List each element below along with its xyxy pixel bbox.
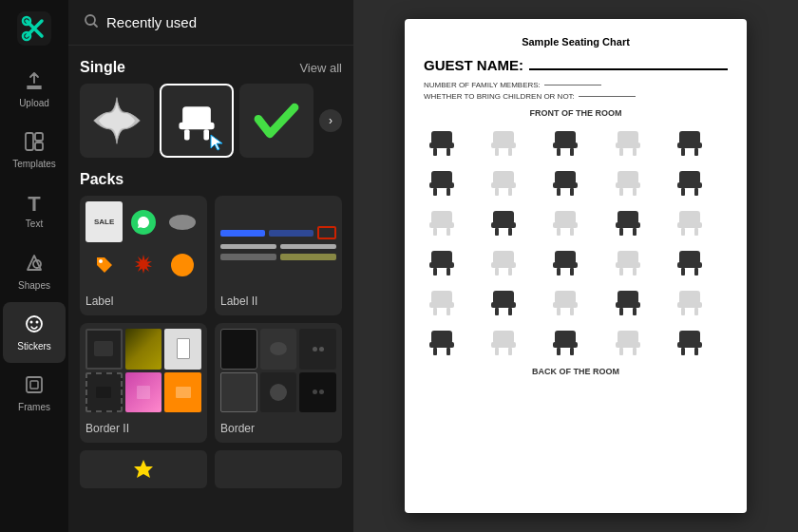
- single-section-title: Single: [80, 59, 125, 76]
- svg-rect-121: [446, 348, 450, 355]
- pack-label-ii[interactable]: Label II: [215, 196, 342, 315]
- svg-rect-117: [694, 308, 698, 315]
- svg-rect-72: [619, 228, 623, 236]
- next-sticker-arrow[interactable]: ›: [319, 109, 342, 132]
- svg-rect-19: [429, 142, 454, 148]
- svg-rect-50: [618, 171, 638, 184]
- svg-rect-61: [446, 228, 450, 236]
- svg-rect-10: [30, 381, 38, 389]
- svg-rect-62: [493, 211, 514, 224]
- svg-rect-104: [495, 308, 499, 315]
- svg-rect-98: [431, 291, 452, 304]
- svg-rect-128: [557, 348, 560, 355]
- svg-rect-27: [553, 142, 578, 148]
- svg-rect-24: [495, 148, 499, 156]
- svg-rect-112: [619, 308, 623, 315]
- sidebar-item-frames[interactable]: Frames: [3, 363, 66, 424]
- svg-rect-107: [553, 302, 578, 308]
- svg-point-8: [36, 321, 39, 324]
- upload-icon: [24, 70, 45, 94]
- svg-rect-82: [493, 251, 514, 264]
- svg-rect-130: [618, 331, 638, 344]
- guest-label: GUEST NAME:: [424, 57, 523, 73]
- svg-rect-78: [431, 251, 452, 264]
- chairs-row-1: [424, 124, 728, 160]
- view-all-button[interactable]: View all: [299, 61, 342, 75]
- svg-rect-123: [491, 342, 516, 348]
- svg-rect-69: [570, 228, 574, 236]
- svg-rect-103: [491, 302, 516, 308]
- sticker-star[interactable]: [80, 84, 154, 158]
- field1: NUMBER OF FAMILY MEMBERS:: [424, 81, 728, 89]
- chairs-row-4: [424, 243, 728, 279]
- svg-point-16: [99, 259, 103, 263]
- sidebar: Upload Templates T Text Shapes: [0, 0, 68, 532]
- svg-rect-74: [679, 211, 700, 224]
- svg-rect-42: [493, 171, 514, 184]
- svg-rect-58: [431, 211, 452, 224]
- svg-rect-52: [619, 188, 623, 196]
- sidebar-item-stickers[interactable]: Stickers: [3, 302, 66, 363]
- svg-rect-43: [491, 182, 516, 188]
- svg-rect-35: [677, 142, 702, 148]
- svg-rect-108: [557, 308, 560, 315]
- svg-rect-71: [616, 222, 640, 228]
- border-ii-label: Border II: [80, 418, 207, 443]
- stickers-panel: Recently used Single View all: [68, 0, 353, 532]
- svg-rect-73: [633, 228, 636, 236]
- sidebar-item-text[interactable]: T Text: [3, 180, 66, 241]
- svg-rect-22: [493, 131, 514, 144]
- svg-rect-63: [491, 222, 516, 228]
- svg-rect-41: [446, 188, 450, 196]
- svg-rect-66: [555, 211, 576, 224]
- app-logo: [13, 8, 55, 49]
- sticker-chair[interactable]: [160, 84, 234, 158]
- svg-rect-34: [679, 131, 700, 144]
- svg-rect-122: [493, 331, 514, 344]
- panel-content: Single View all: [68, 46, 353, 532]
- text-icon: T: [28, 194, 40, 215]
- svg-rect-3: [26, 133, 33, 150]
- svg-rect-65: [508, 228, 512, 236]
- svg-rect-55: [677, 182, 702, 188]
- svg-point-7: [30, 321, 33, 324]
- svg-rect-23: [491, 142, 516, 148]
- svg-rect-30: [618, 131, 638, 144]
- pack-label[interactable]: SALE: [80, 196, 207, 315]
- svg-rect-57: [694, 188, 698, 196]
- svg-rect-76: [681, 228, 685, 236]
- pack-border-ii[interactable]: Border II: [80, 323, 207, 443]
- sticker-checkmark[interactable]: [239, 84, 314, 158]
- svg-rect-106: [555, 291, 576, 304]
- svg-rect-46: [555, 171, 576, 184]
- search-bar: Recently used: [68, 0, 353, 46]
- svg-rect-88: [557, 268, 560, 276]
- svg-rect-99: [429, 302, 454, 308]
- svg-rect-29: [570, 148, 574, 156]
- back-label: BACK OF THE ROOM: [424, 367, 728, 376]
- svg-rect-131: [616, 342, 640, 348]
- chairs-row-2: [424, 163, 728, 200]
- packs-section-title: Packs: [80, 171, 124, 188]
- border-packs-grid: Border II: [80, 323, 342, 443]
- svg-rect-37: [694, 148, 698, 156]
- shapes-icon: [24, 253, 45, 276]
- sidebar-item-shapes[interactable]: Shapes: [3, 241, 66, 302]
- pack-border[interactable]: Border: [215, 323, 342, 443]
- svg-rect-85: [508, 268, 512, 276]
- svg-rect-18: [431, 131, 452, 144]
- svg-rect-96: [681, 268, 685, 276]
- svg-rect-126: [555, 331, 576, 344]
- svg-rect-137: [694, 348, 698, 355]
- sidebar-item-upload[interactable]: Upload: [3, 59, 66, 120]
- sidebar-item-templates[interactable]: Templates: [3, 120, 66, 180]
- svg-rect-116: [681, 308, 685, 315]
- search-label[interactable]: Recently used: [106, 14, 197, 30]
- chairs-row-5: [424, 283, 728, 319]
- svg-rect-100: [433, 308, 437, 315]
- svg-rect-124: [495, 348, 499, 355]
- svg-rect-67: [553, 222, 578, 228]
- svg-rect-135: [677, 342, 702, 348]
- svg-rect-5: [35, 142, 43, 150]
- frames-icon: [24, 374, 45, 398]
